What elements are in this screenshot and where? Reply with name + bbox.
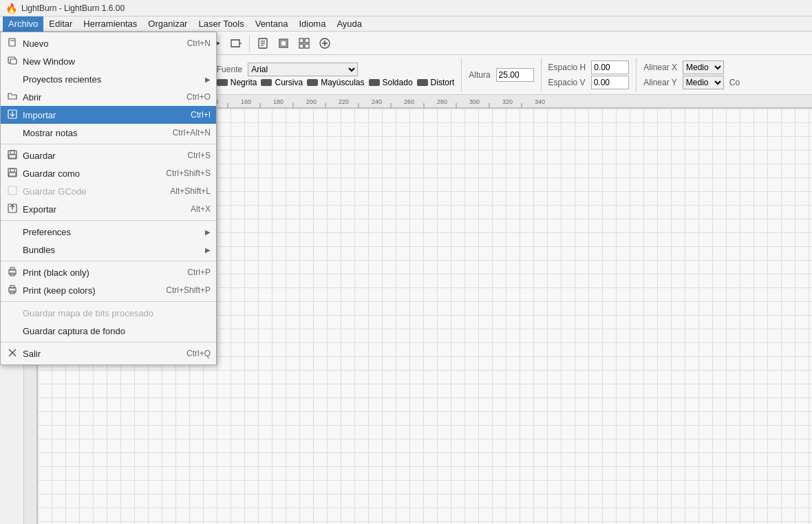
menu-divider-2 bbox=[1, 220, 216, 221]
guardar-icon bbox=[6, 150, 19, 162]
nuevo-shortcut: Ctrl+N bbox=[173, 39, 211, 48]
print-black-icon bbox=[6, 267, 19, 279]
align-group: Alinear X Medio Alinear Y Medio Co bbox=[643, 61, 740, 89]
soldered-color bbox=[369, 79, 380, 86]
archivo-dropdown: Nuevo Ctrl+N New Window Proyectos recien… bbox=[0, 32, 217, 365]
menu-ventana[interactable]: Ventana bbox=[250, 17, 294, 32]
italic-label: Cursiva bbox=[275, 78, 303, 87]
guardar-gcode-label: Guardar GCode bbox=[23, 186, 87, 197]
space-h-input[interactable] bbox=[591, 61, 629, 74]
app-icon: 🔥 bbox=[6, 3, 17, 14]
distort-label: Distort bbox=[431, 78, 455, 87]
guardar-label: Guardar bbox=[23, 151, 56, 161]
align-y-label: Alinear Y bbox=[643, 78, 676, 87]
menu-guardar[interactable]: Guardar Ctrl+S bbox=[1, 146, 216, 164]
menu-organizar[interactable]: Organizar bbox=[142, 17, 193, 32]
svg-text:320: 320 bbox=[502, 98, 513, 105]
guardar-shortcut: Ctrl+S bbox=[173, 151, 211, 160]
salir-icon bbox=[6, 348, 19, 360]
menu-salir[interactable]: Salir Ctrl+Q bbox=[1, 345, 216, 362]
align-x-label: Alinear X bbox=[643, 63, 677, 72]
svg-text:180: 180 bbox=[273, 98, 284, 105]
menu-exportar[interactable]: Exportar Alt+X bbox=[1, 200, 216, 218]
svg-rect-30 bbox=[305, 44, 309, 48]
svg-rect-26 bbox=[281, 41, 286, 46]
svg-text:280: 280 bbox=[437, 98, 447, 105]
menu-nuevo[interactable]: Nuevo Ctrl+N bbox=[1, 34, 216, 52]
uppercase-label: Mayúsculas bbox=[321, 78, 364, 87]
menu-divider-3 bbox=[1, 261, 216, 261]
menu-divider-5 bbox=[1, 342, 216, 342]
print-colors-shortcut: Ctrl+Shift+P bbox=[152, 285, 211, 295]
abrir-label: Abrir bbox=[23, 92, 41, 102]
svg-rect-28 bbox=[305, 39, 309, 43]
print-colors-label: Print (keep colors) bbox=[23, 285, 95, 296]
importar-icon bbox=[6, 109, 19, 121]
font-select[interactable]: Arial bbox=[248, 63, 358, 76]
align-y-select[interactable]: Medio bbox=[683, 76, 724, 89]
exportar-icon bbox=[6, 204, 19, 215]
mostrar-notas-shortcut: Ctrl+Alt+N bbox=[159, 128, 211, 138]
print-black-label: Print (black only) bbox=[23, 268, 89, 278]
bold-row: Negrita bbox=[217, 78, 257, 87]
svg-rect-101 bbox=[10, 151, 14, 154]
svg-text:260: 260 bbox=[404, 98, 414, 105]
space-v-input[interactable] bbox=[591, 76, 629, 89]
preferences-arrow: ▶ bbox=[205, 228, 211, 236]
menu-guardar-captura[interactable]: Guardar captura de fondo bbox=[1, 322, 216, 340]
soldered-label: Soldado bbox=[383, 78, 413, 87]
abrir-icon bbox=[6, 91, 19, 103]
uppercase-row: Mayúsculas bbox=[307, 78, 364, 87]
menu-laser-tools[interactable]: Laser Tools bbox=[193, 17, 249, 32]
height-input[interactable] bbox=[496, 68, 534, 82]
svg-rect-105 bbox=[9, 173, 16, 176]
plus-btn[interactable] bbox=[315, 34, 334, 53]
menu-bundles[interactable]: Bundles ▶ bbox=[1, 241, 216, 259]
menu-mostrar-notas[interactable]: Mostrar notas Ctrl+Alt+N bbox=[1, 124, 216, 142]
spacing-group: Espacio H Espacio V bbox=[548, 61, 630, 89]
menu-importar[interactable]: Importar Ctrl+I bbox=[1, 106, 216, 124]
save-gcode-btn[interactable] bbox=[253, 34, 273, 53]
app-title: LightBurn - LightBurn 1.6.00 bbox=[21, 3, 125, 13]
menu-herramientas[interactable]: Herramientas bbox=[78, 17, 142, 32]
co-label: Co bbox=[729, 78, 740, 87]
frame-btn[interactable] bbox=[274, 34, 293, 53]
align-x-select[interactable]: Medio bbox=[683, 61, 724, 74]
importar-shortcut: Ctrl+I bbox=[177, 110, 211, 120]
bundles-label: Bundles bbox=[23, 245, 55, 255]
svg-rect-94 bbox=[9, 39, 15, 46]
title-bar: 🔥 LightBurn - LightBurn 1.6.00 bbox=[0, 0, 812, 17]
prop-sep-5 bbox=[636, 58, 637, 92]
guardar-captura-label: Guardar captura de fondo bbox=[23, 326, 125, 336]
new-window-label: New Window bbox=[23, 56, 75, 67]
italic-color bbox=[261, 79, 272, 86]
exportar-label: Exportar bbox=[23, 204, 56, 215]
menu-abrir[interactable]: Abrir Ctrl+O bbox=[1, 88, 216, 106]
distort-row: Distort bbox=[417, 78, 455, 87]
print-colors-icon bbox=[6, 285, 19, 296]
svg-marker-19 bbox=[231, 40, 239, 47]
svg-text:200: 200 bbox=[306, 98, 317, 105]
menu-proyectos-recientes[interactable]: Proyectos recientes ▶ bbox=[1, 70, 216, 88]
exportar-shortcut: Alt+X bbox=[177, 204, 211, 214]
menu-guardar-como[interactable]: Guardar como Ctrl+Shift+S bbox=[1, 164, 216, 182]
menu-editar[interactable]: Editar bbox=[43, 17, 78, 32]
menu-print-colors[interactable]: Print (keep colors) Ctrl+Shift+P bbox=[1, 281, 216, 299]
soldered-row: Soldado bbox=[369, 78, 413, 87]
bold-label: Negrita bbox=[231, 78, 257, 87]
menu-preferences[interactable]: Preferences ▶ bbox=[1, 223, 216, 241]
grid-btn[interactable] bbox=[295, 34, 314, 53]
menu-divider-1 bbox=[1, 144, 216, 144]
menu-new-window[interactable]: New Window bbox=[1, 52, 216, 70]
italic-row: Cursiva bbox=[261, 78, 303, 87]
svg-text:300: 300 bbox=[469, 98, 480, 105]
menu-ayuda[interactable]: Ayuda bbox=[331, 17, 367, 32]
laser-btn[interactable] bbox=[226, 34, 246, 53]
menu-print-black[interactable]: Print (black only) Ctrl+P bbox=[1, 263, 216, 281]
font-label: Fuente bbox=[217, 65, 242, 74]
mostrar-notas-label: Mostrar notas bbox=[23, 128, 77, 138]
menu-archivo[interactable]: Archivo bbox=[3, 17, 43, 32]
menu-idioma[interactable]: Idioma bbox=[293, 17, 331, 32]
toolbar-sep-4 bbox=[249, 35, 250, 52]
guardar-como-shortcut: Ctrl+Shift+S bbox=[152, 168, 211, 178]
